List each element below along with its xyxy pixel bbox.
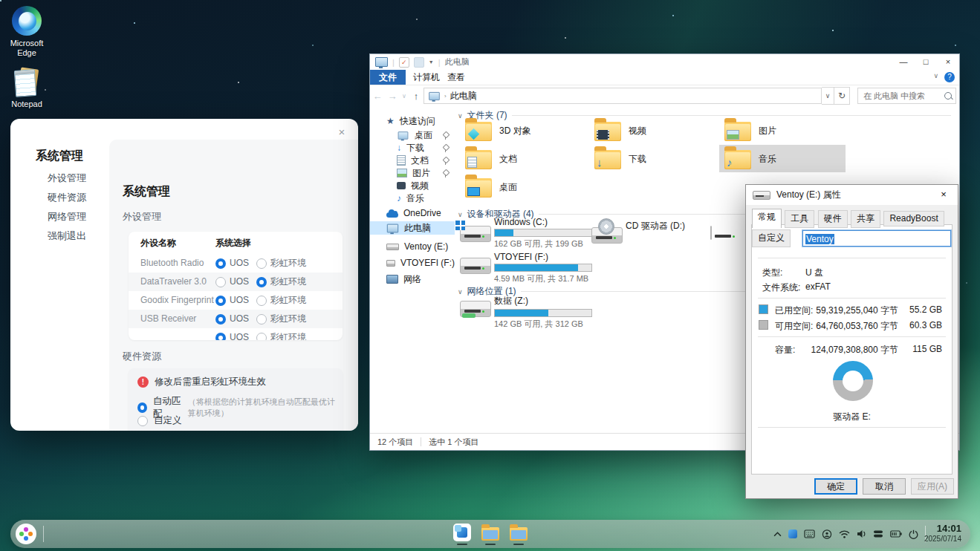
radio-rainbow[interactable]: 彩虹环境: [256, 310, 306, 328]
nav-this-pc[interactable]: 此电脑: [370, 221, 455, 235]
disk-stack-icon[interactable]: [873, 529, 883, 538]
breadcrumb[interactable]: › 此电脑: [424, 88, 822, 104]
recent-locations-icon[interactable]: ∨: [400, 93, 409, 100]
radio-icon[interactable]: [215, 314, 226, 325]
radio-uos[interactable]: UOS: [215, 254, 249, 273]
quick-access-toolbar-dropdown-icon[interactable]: ▼: [429, 59, 434, 65]
battery-icon[interactable]: [890, 530, 902, 538]
nav-drive-e[interactable]: Ventoy (E:): [370, 240, 455, 253]
folder-item-pictures[interactable]: 图片: [724, 118, 776, 141]
sidebar-item-peripheral[interactable]: 外设管理: [48, 172, 86, 185]
tab-view[interactable]: 查看: [438, 70, 474, 85]
ribbon-collapse-icon[interactable]: ∨: [933, 72, 938, 79]
apply-button[interactable]: 应用(A): [911, 478, 954, 495]
taskbar-app-rainbow[interactable]: [452, 523, 472, 542]
radio-uos[interactable]: UOS: [215, 273, 249, 291]
power-icon[interactable]: [909, 529, 918, 539]
desktop-icon-notepad[interactable]: Notepad: [3, 67, 51, 109]
radio-uos[interactable]: UOS: [215, 310, 249, 328]
nav-network[interactable]: 网络: [370, 273, 455, 286]
nav-desktop[interactable]: 桌面: [370, 128, 455, 142]
nav-drive-f[interactable]: VTOYEFI (F:): [370, 256, 455, 270]
taskbar-app-explorer-2[interactable]: [509, 523, 528, 542]
radio-icon[interactable]: [256, 296, 267, 306]
nav-quick-access[interactable]: ★快速访问: [370, 114, 455, 128]
launcher-button[interactable]: [16, 524, 36, 544]
radio-rainbow[interactable]: 彩虹环境: [256, 291, 306, 310]
collapse-icon[interactable]: ∨: [458, 211, 463, 218]
wifi-icon[interactable]: [839, 530, 850, 538]
collapse-icon[interactable]: ∨: [458, 112, 463, 120]
nav-pictures[interactable]: 图片: [370, 166, 455, 180]
tray-expand-icon[interactable]: [773, 532, 782, 537]
sidebar-item-force-quit[interactable]: 强制退出: [48, 229, 86, 243]
minimize-button[interactable]: —: [892, 54, 915, 69]
volume-icon[interactable]: [857, 529, 866, 538]
up-icon[interactable]: ↑: [409, 91, 424, 102]
radio-icon[interactable]: [256, 333, 267, 341]
tab-file[interactable]: 文件: [370, 70, 406, 85]
breadcrumb-location[interactable]: 此电脑: [450, 90, 477, 102]
nav-music[interactable]: ♪音乐: [370, 192, 455, 205]
search-input[interactable]: [858, 88, 944, 103]
radio-icon[interactable]: [137, 402, 147, 413]
close-icon[interactable]: ×: [334, 125, 349, 140]
maximize-button[interactable]: □: [915, 54, 937, 69]
radio-icon[interactable]: [256, 314, 267, 325]
taskbar-clock[interactable]: 14:01 2025/07/14: [924, 522, 961, 544]
headset-icon[interactable]: [822, 529, 832, 539]
forward-icon[interactable]: →: [385, 91, 400, 102]
folder-item-3d-objects[interactable]: 3D 对象: [465, 118, 531, 141]
nav-onedrive[interactable]: OneDrive: [370, 206, 455, 220]
close-icon[interactable]: ×: [935, 188, 952, 201]
radio-icon[interactable]: [256, 277, 267, 287]
radio-icon[interactable]: [215, 258, 226, 269]
tab-sharing[interactable]: 共享: [851, 210, 880, 228]
search-box[interactable]: [857, 88, 956, 104]
tab-general[interactable]: 常规: [752, 209, 782, 228]
taskbar-app-explorer[interactable]: [481, 523, 500, 542]
nav-documents[interactable]: 文档: [370, 154, 455, 167]
ok-button[interactable]: 确定: [814, 478, 857, 495]
radio-icon[interactable]: [215, 277, 226, 287]
new-folder-quick-icon[interactable]: [414, 57, 424, 68]
properties-quick-icon[interactable]: ✓: [399, 57, 409, 68]
desktop-icon-edge[interactable]: Microsoft Edge: [3, 6, 51, 58]
close-button[interactable]: ×: [937, 54, 959, 69]
collapse-icon[interactable]: ∨: [458, 288, 463, 296]
drive-item-partial[interactable]: [710, 226, 712, 240]
sidebar-item-network[interactable]: 网络管理: [48, 210, 86, 224]
volume-label-input[interactable]: Ventoy: [802, 230, 951, 247]
radio-icon[interactable]: [215, 333, 226, 341]
radio-uos[interactable]: UOS: [215, 328, 249, 340]
radio-icon[interactable]: [137, 416, 148, 426]
folder-item-videos[interactable]: 视频: [594, 118, 646, 141]
radio-uos[interactable]: UOS: [215, 291, 249, 310]
sidebar-item-hardware[interactable]: 硬件资源: [48, 191, 86, 204]
nav-downloads[interactable]: ↓下载: [370, 141, 455, 154]
refresh-icon[interactable]: ↻: [834, 87, 850, 105]
back-icon[interactable]: ←: [370, 91, 385, 102]
keyboard-icon[interactable]: [804, 529, 815, 538]
rainbow-tray-icon[interactable]: [788, 529, 797, 538]
radio-rainbow[interactable]: 彩虹环境: [256, 273, 306, 291]
tab-hardware[interactable]: 硬件: [818, 210, 848, 228]
properties-titlebar[interactable]: Ventoy (E:) 属性: [746, 185, 958, 205]
folder-item-downloads[interactable]: ↓ 下载: [594, 146, 646, 169]
tab-readyboost[interactable]: ReadyBoost: [883, 211, 944, 226]
explorer-titlebar[interactable]: | ✓ ▼ | 此电脑 — □ ×: [370, 54, 959, 70]
nav-videos[interactable]: 视频: [370, 179, 455, 192]
group-header-folders[interactable]: ∨ 文件夹 (7): [458, 109, 951, 122]
cancel-button[interactable]: 取消: [863, 478, 906, 495]
radio-icon[interactable]: [215, 296, 226, 306]
radio-icon[interactable]: [256, 258, 267, 269]
address-dropdown-icon[interactable]: ∨: [822, 87, 834, 105]
tab-customize[interactable]: 自定义: [752, 229, 791, 247]
folder-item-music[interactable]: ♪ 音乐: [724, 146, 776, 169]
tab-tools[interactable]: 工具: [785, 210, 814, 228]
custom-option[interactable]: 自定义: [137, 414, 335, 427]
help-icon[interactable]: ?: [944, 72, 955, 82]
folder-item-desktop[interactable]: 桌面: [465, 175, 517, 198]
radio-rainbow[interactable]: 彩虹环境: [256, 254, 306, 273]
folder-item-documents[interactable]: 文档: [465, 146, 517, 169]
